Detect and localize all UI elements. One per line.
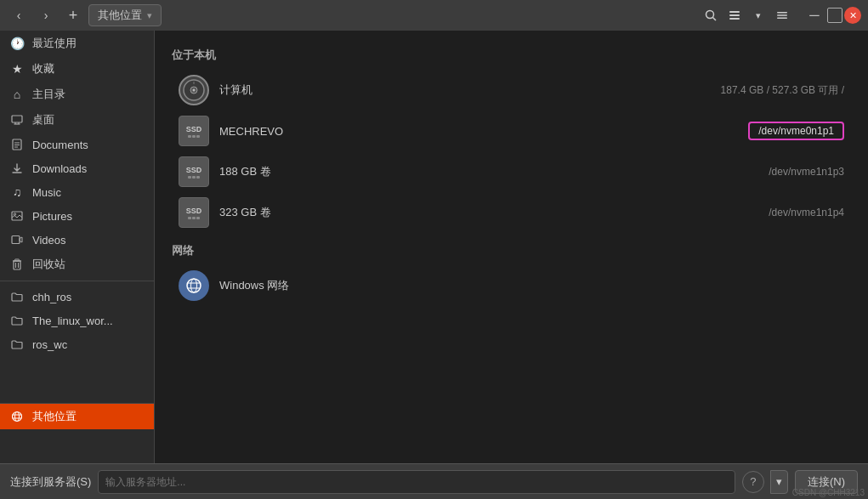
vol188-path: /dev/nvme1n1p3 [769, 166, 844, 178]
vol188-icon: SSD [179, 156, 209, 187]
sidebar-item-label: ros_wc [32, 338, 67, 351]
location-item-computer[interactable]: 计算机 187.4 GB / 527.3 GB 可用 / [172, 70, 851, 111]
menu-icon [776, 9, 788, 21]
sidebar-item-pictures[interactable]: Pictures [0, 204, 154, 228]
vol323-label: 323 GB 卷 [219, 205, 758, 220]
svg-rect-7 [777, 18, 787, 20]
sidebar-item-documents[interactable]: Documents [0, 133, 154, 156]
view-toggle-button[interactable] [723, 4, 746, 26]
sidebar-item-desktop[interactable]: 桌面 [0, 107, 154, 133]
svg-point-18 [14, 213, 15, 215]
folder-icon-3 [10, 337, 24, 351]
sidebar-item-music[interactable]: ♫ Music [0, 180, 154, 204]
location-item-vol188[interactable]: SSD 188 GB 卷 /dev/nvme1n1p3 [172, 151, 851, 192]
back-button[interactable]: ‹ [7, 3, 31, 27]
sidebar-item-label: Pictures [32, 210, 72, 223]
sidebar-item-videos[interactable]: Videos [0, 228, 154, 252]
pictures-icon [10, 209, 24, 223]
forward-button[interactable]: › [34, 3, 58, 27]
main-layout: 🕐 最近使用 ★ 收藏 ⌂ 主目录 [0, 31, 868, 463]
vol323-icon: SSD [179, 197, 209, 228]
location-item-windows-network[interactable]: Windows 网络 [172, 265, 851, 306]
star-icon: ★ [10, 62, 24, 76]
svg-rect-8 [12, 116, 22, 122]
windows-network-label: Windows 网络 [219, 278, 844, 293]
sidebar-item-recent[interactable]: 🕐 最近使用 [0, 31, 154, 56]
svg-rect-4 [729, 18, 740, 20]
sidebar-item-label: Documents [32, 139, 88, 151]
view-dropdown-button[interactable]: ▾ [747, 4, 769, 26]
home-icon: ⌂ [10, 88, 24, 101]
sidebar-item-linux-wor[interactable]: The_linux_wor... [0, 309, 154, 332]
svg-point-32 [191, 279, 197, 292]
sidebar-item-label: 桌面 [32, 112, 54, 128]
downloads-icon [10, 162, 24, 175]
sidebar-item-ros-wc[interactable]: ros_wc [0, 332, 154, 356]
svg-point-24 [15, 412, 20, 422]
connect-options-button[interactable]: ▾ [770, 470, 788, 494]
sidebar-item-label: 最近使用 [32, 36, 77, 51]
svg-rect-19 [12, 236, 20, 244]
location-label: 其他位置 [98, 8, 142, 23]
mechrevo-path-badge: /dev/nvme0n1p1 [748, 122, 844, 140]
globe-icon [10, 410, 24, 423]
server-address-input[interactable] [98, 470, 735, 494]
svg-rect-3 [729, 14, 740, 16]
sidebar-item-label: Downloads [32, 162, 87, 175]
desktop-icon [10, 113, 24, 127]
svg-line-1 [713, 18, 717, 21]
sidebar-item-label: 其他位置 [32, 409, 77, 424]
maximize-button[interactable] [827, 8, 842, 23]
titlebar: ‹ › + 其他位置 ▾ ▾ [0, 0, 868, 31]
watermark: CSDN @CHH3213 [792, 488, 865, 497]
location-display[interactable]: 其他位置 ▾ [88, 4, 162, 26]
svg-rect-6 [777, 14, 787, 16]
location-dropdown-icon: ▾ [147, 10, 152, 21]
trash-icon [10, 258, 24, 271]
sidebar-item-downloads[interactable]: Downloads [0, 156, 154, 180]
svg-point-0 [706, 11, 714, 19]
search-icon [705, 9, 717, 21]
menu-button[interactable] [771, 4, 793, 26]
view-list-icon [729, 9, 740, 21]
music-icon: ♫ [10, 185, 24, 199]
search-button[interactable] [700, 4, 722, 26]
close-button[interactable]: ✕ [844, 7, 861, 24]
sidebar-item-label: Videos [32, 234, 66, 247]
minimize-button[interactable]: ─ [803, 4, 825, 26]
svg-point-23 [13, 412, 22, 422]
sidebar-item-label: 收藏 [32, 61, 54, 77]
mechrevo-icon: SSD [179, 116, 209, 146]
vol188-label: 188 GB 卷 [219, 164, 758, 179]
svg-rect-2 [729, 11, 740, 13]
videos-icon [10, 233, 24, 247]
sidebar-item-label: Music [32, 186, 61, 199]
computer-icon [179, 75, 209, 105]
sidebar-divider [0, 281, 154, 281]
location-item-vol323[interactable]: SSD 323 GB 卷 /dev/nvme1n1p4 [172, 192, 851, 233]
folder-icon [10, 290, 24, 303]
location-item-mechrevo[interactable]: SSD MECHREVO /dev/nvme0n1p1 [172, 111, 851, 151]
connect-label: 连接到服务器(S) [10, 474, 91, 490]
sidebar-item-chh-ros[interactable]: chh_ros [0, 285, 154, 309]
recent-icon: 🕐 [10, 37, 24, 50]
sidebar-item-home[interactable]: ⌂ 主目录 [0, 82, 154, 107]
vol323-path: /dev/nvme1n1p4 [769, 207, 844, 218]
sidebar-item-bookmarks[interactable]: ★ 收藏 [0, 56, 154, 82]
svg-rect-5 [777, 12, 787, 14]
titlebar-actions: ▾ ─ ✕ [700, 4, 861, 26]
computer-detail: 187.4 GB / 527.3 GB 可用 / [721, 83, 844, 98]
svg-point-31 [187, 279, 201, 292]
windows-network-icon [179, 270, 209, 301]
section-network-title: 网络 [172, 243, 851, 258]
sidebar-item-other-locations[interactable]: 其他位置 [0, 404, 154, 429]
location-bar: 其他位置 ▾ [88, 4, 696, 26]
sidebar: 🕐 最近使用 ★ 收藏 ⌂ 主目录 [0, 31, 155, 463]
mechrevo-label: MECHREVO [219, 125, 738, 138]
help-button[interactable]: ? [742, 471, 764, 493]
sidebar-item-trash[interactable]: 回收站 [0, 252, 154, 277]
sidebar-item-label: chh_ros [32, 291, 71, 303]
new-tab-button[interactable]: + [61, 3, 85, 27]
sidebar-item-label: The_linux_wor... [32, 315, 113, 327]
bottombar: 连接到服务器(S) ? ▾ 连接(N) [0, 463, 868, 499]
